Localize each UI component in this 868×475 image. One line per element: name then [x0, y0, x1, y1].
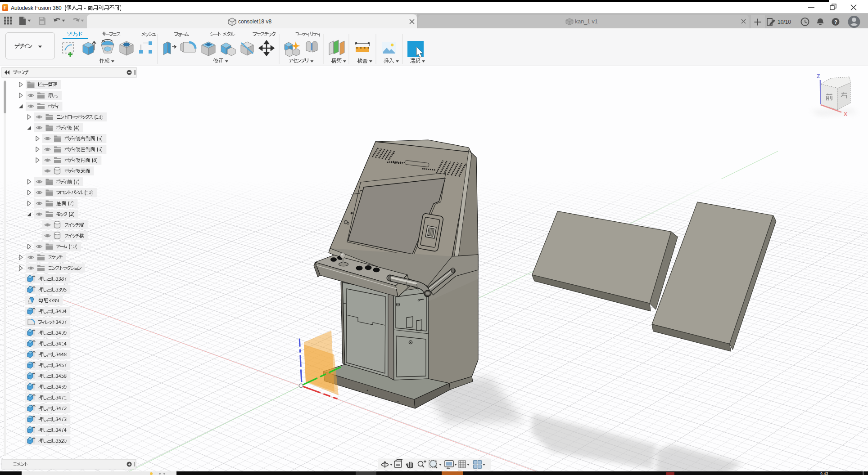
- svg-text:X: X: [844, 111, 847, 117]
- svg-text:Z: Z: [817, 73, 820, 80]
- svg-text:9:43: 9:43: [820, 471, 828, 475]
- svg-text:?: ?: [834, 19, 837, 25]
